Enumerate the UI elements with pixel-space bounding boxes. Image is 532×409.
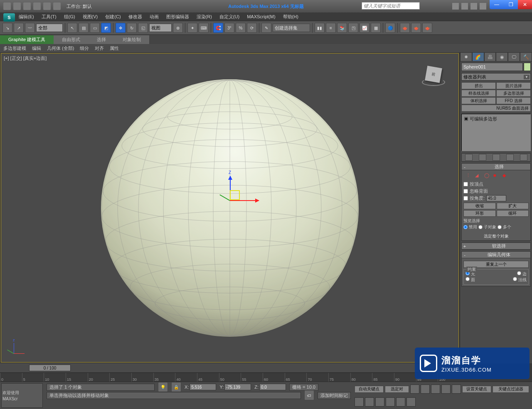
ribbon-tab-selection[interactable]: 选择 bbox=[89, 35, 114, 44]
schematic-icon[interactable]: ▦ bbox=[371, 23, 381, 33]
btn-extrude[interactable]: 挤出 bbox=[461, 82, 496, 89]
unlink-tool-icon[interactable]: ↗ bbox=[14, 23, 24, 33]
coord-y-field[interactable]: -75.139 bbox=[224, 384, 251, 390]
open-icon[interactable] bbox=[13, 2, 21, 10]
select-region-icon[interactable]: ▭ bbox=[90, 23, 100, 33]
preview-multi-radio[interactable] bbox=[498, 225, 502, 229]
edit-named-sel-icon[interactable]: ✎ bbox=[261, 23, 271, 33]
menu-tools[interactable]: 工具(T) bbox=[42, 14, 57, 20]
spinner-snap-icon[interactable]: ⟳ bbox=[247, 23, 257, 33]
add-time-tag[interactable]: 添加时间标记 bbox=[318, 392, 351, 399]
subtab-properties[interactable]: 属性 bbox=[110, 45, 119, 51]
sphere-object[interactable] bbox=[101, 79, 359, 337]
app-menu-icon[interactable]: S bbox=[3, 13, 15, 22]
goto-start-icon[interactable] bbox=[410, 385, 419, 394]
btn-ffd-select[interactable]: FFD 选择 bbox=[496, 97, 531, 104]
show-end-result-icon[interactable] bbox=[479, 154, 486, 161]
select-object-icon[interactable]: ↖ bbox=[67, 23, 77, 33]
menu-edit[interactable]: 编辑(E) bbox=[19, 14, 34, 20]
ribbon-tab-freeform[interactable]: 自由形式 bbox=[54, 35, 89, 44]
subtab-align[interactable]: 对齐 bbox=[95, 45, 104, 51]
help-search[interactable] bbox=[362, 2, 420, 10]
key-filters-button[interactable]: 关键点过滤器 bbox=[493, 386, 529, 393]
by-vertex-checkbox[interactable] bbox=[463, 182, 468, 186]
link-tool-icon[interactable]: ↘ bbox=[2, 23, 12, 33]
render-icon[interactable]: 🫖 bbox=[422, 23, 432, 33]
selection-lock-combo[interactable]: 选定对 bbox=[385, 386, 409, 393]
btn-poly-select[interactable]: 多边形选择 bbox=[496, 90, 531, 97]
snap-toggle-icon[interactable]: 🧲 bbox=[213, 23, 223, 33]
setkey-button[interactable]: 设置关键点 bbox=[462, 386, 491, 393]
create-tab-icon[interactable]: ✸ bbox=[460, 52, 472, 61]
remove-modifier-icon[interactable] bbox=[506, 154, 514, 161]
ribbon-tab-graphite[interactable]: Graphite 建模工具 bbox=[0, 35, 54, 44]
nav-maximize-icon[interactable] bbox=[406, 397, 416, 407]
manipulate-icon[interactable]: ✦ bbox=[187, 23, 197, 33]
lock-selection-icon[interactable]: 💡 bbox=[158, 382, 168, 392]
selection-filter[interactable]: 全部 bbox=[36, 24, 63, 32]
select-rotate-icon[interactable]: ↻ bbox=[127, 23, 137, 33]
workbench-label[interactable]: 工作台: 默认 bbox=[66, 3, 92, 10]
menu-customize[interactable]: 自定义(U) bbox=[219, 14, 239, 20]
btn-nurbs-select[interactable]: NURBS 曲面选择 bbox=[461, 105, 531, 112]
material-editor-icon[interactable]: 🔵 bbox=[385, 23, 395, 33]
ref-coord-system[interactable]: 视图 bbox=[149, 24, 172, 32]
render-setup-icon[interactable]: 🫖 bbox=[400, 23, 410, 33]
graphite-icon[interactable]: ◳ bbox=[348, 23, 358, 33]
maximize-button[interactable]: ❐ bbox=[504, 0, 518, 9]
object-color-swatch[interactable] bbox=[524, 63, 531, 71]
subtab-polymodel[interactable]: 多边形建模 bbox=[3, 45, 26, 51]
window-crossing-icon[interactable]: ◩ bbox=[101, 23, 111, 33]
modifier-stack[interactable]: ▣ 可编辑多边形 bbox=[461, 114, 531, 151]
utilities-tab-icon[interactable]: 🔨 bbox=[520, 52, 532, 61]
menu-modifiers[interactable]: 修改器 bbox=[128, 14, 142, 20]
close-button[interactable]: ✕ bbox=[518, 0, 532, 9]
time-slider-handle[interactable]: 0 / 100 bbox=[29, 365, 71, 371]
time-tag-icon[interactable]: 🏷 bbox=[304, 390, 314, 400]
subobj-vertex-icon[interactable]: ⋮ bbox=[466, 173, 473, 179]
menu-group[interactable]: 组(G) bbox=[64, 14, 75, 20]
menu-help[interactable]: 帮助(H) bbox=[283, 14, 298, 20]
menu-maxscript[interactable]: MAXScript(M) bbox=[247, 14, 275, 19]
menu-views[interactable]: 视图(V) bbox=[83, 14, 98, 20]
play-icon[interactable] bbox=[431, 385, 440, 394]
nav-fov-icon[interactable] bbox=[386, 397, 395, 407]
move-gizmo[interactable] bbox=[230, 200, 231, 201]
select-scale-icon[interactable]: ◱ bbox=[138, 23, 148, 33]
autokey-button[interactable]: 自动关键点 bbox=[355, 386, 384, 393]
rollout-selection-head[interactable]: -选择 bbox=[461, 163, 531, 170]
ring-button[interactable]: 环形 bbox=[463, 210, 496, 217]
display-tab-icon[interactable]: 🖵 bbox=[508, 52, 520, 61]
loop-button[interactable]: 循环 bbox=[497, 210, 529, 217]
select-move-icon[interactable]: ✥ bbox=[116, 23, 126, 33]
viewport-label[interactable]: [+] [正交] [真实+边面] bbox=[4, 55, 47, 61]
subtab-geometry[interactable]: 几何体 (全部) bbox=[47, 45, 74, 51]
btn-volume-select[interactable]: 体积选择 bbox=[461, 97, 496, 104]
viewcube-face[interactable]: 前 bbox=[425, 66, 442, 83]
stack-item-editable-poly[interactable]: ▣ 可编辑多边形 bbox=[463, 115, 529, 122]
time-slider[interactable]: 0 / 100 bbox=[0, 363, 460, 372]
maxscript-mini-listener[interactable]: 欢迎使用 MAXScr bbox=[1, 383, 43, 408]
select-name-icon[interactable]: ▤ bbox=[79, 23, 89, 33]
constraint-edge-radio[interactable] bbox=[517, 271, 521, 275]
track-bar[interactable]: 0 5 10 15 20 25 30 35 40 45 50 55 60 65 … bbox=[0, 372, 460, 382]
constraint-normal-radio[interactable] bbox=[513, 277, 517, 281]
rollout-softsel-head[interactable]: +软选择 bbox=[461, 242, 531, 250]
gizmo-x-axis-icon[interactable] bbox=[230, 200, 259, 201]
rollout-editgeo-head[interactable]: -编辑几何体 bbox=[461, 251, 531, 258]
pivot-center-icon[interactable]: ⊕ bbox=[173, 23, 183, 33]
modify-tab-icon[interactable]: 🌈 bbox=[472, 52, 484, 61]
next-frame-icon[interactable] bbox=[441, 385, 451, 394]
object-name-field[interactable] bbox=[461, 63, 523, 71]
new-icon[interactable] bbox=[3, 2, 11, 10]
subtab-edit[interactable]: 编辑 bbox=[32, 45, 41, 51]
ribbon-tab-objectpaint[interactable]: 对象绘制 bbox=[114, 35, 149, 44]
link-icon[interactable] bbox=[53, 2, 61, 10]
align-icon[interactable]: ≡ bbox=[326, 23, 336, 33]
redo-icon[interactable] bbox=[43, 2, 51, 10]
nav-zoom-extents-icon[interactable] bbox=[375, 397, 384, 407]
coord-x-field[interactable]: 5.516 bbox=[190, 384, 216, 390]
constraint-face-radio[interactable] bbox=[466, 277, 470, 281]
by-angle-checkbox[interactable] bbox=[463, 196, 468, 201]
make-unique-icon[interactable] bbox=[493, 154, 500, 161]
